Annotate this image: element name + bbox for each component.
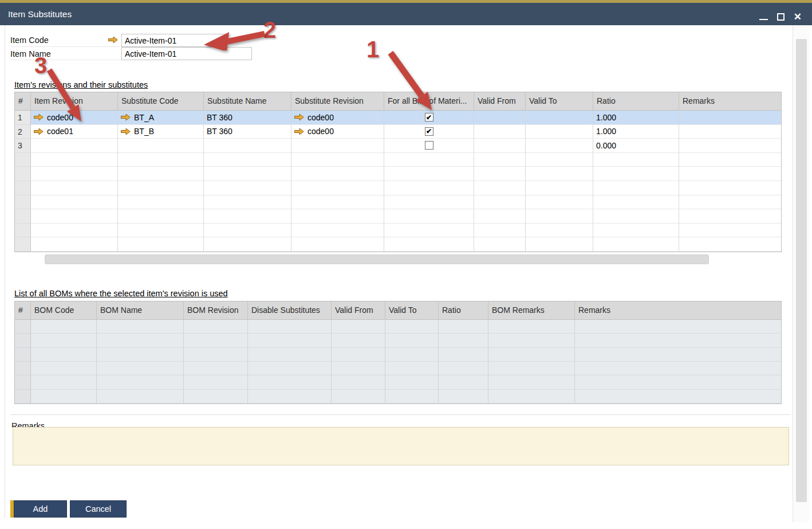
grid-cell[interactable] <box>291 167 384 181</box>
grid-cell[interactable] <box>474 224 526 238</box>
grid-cell[interactable] <box>118 181 204 195</box>
grid-cell[interactable]: 1.000 <box>593 111 679 125</box>
grid-cell[interactable] <box>204 224 291 238</box>
grid-cell[interactable]: BT_B <box>118 125 204 139</box>
grid-cell[interactable] <box>31 181 118 195</box>
grid-cell[interactable] <box>118 224 204 238</box>
grid-cell[interactable] <box>118 167 204 181</box>
remarks-textarea[interactable] <box>13 427 789 465</box>
checkbox-checked[interactable]: ✔ <box>425 127 433 136</box>
checkbox-checked[interactable]: ✔ <box>425 113 433 122</box>
grid-cell[interactable] <box>31 209 118 224</box>
grid-cell[interactable]: 1.000 <box>593 125 679 139</box>
grid-cell[interactable] <box>118 195 204 210</box>
grid-cell[interactable] <box>593 237 679 252</box>
grid-cell[interactable] <box>593 181 679 195</box>
link-arrow-icon[interactable] <box>294 128 304 135</box>
grid-cell[interactable] <box>593 224 679 238</box>
add-button[interactable]: Add <box>14 500 67 518</box>
grid-cell[interactable] <box>526 237 593 252</box>
grid-cell[interactable] <box>593 167 679 181</box>
grid-cell[interactable] <box>118 237 204 252</box>
grid-cell[interactable] <box>474 237 526 252</box>
grid-cell[interactable] <box>526 181 593 195</box>
checkbox-unchecked[interactable] <box>425 141 433 150</box>
grid-cell[interactable] <box>679 139 782 153</box>
grid-cell[interactable] <box>291 153 384 167</box>
grid-cell[interactable] <box>118 139 204 153</box>
link-arrow-icon[interactable] <box>294 113 304 121</box>
grid-cell[interactable] <box>679 209 782 224</box>
grid-cell[interactable] <box>526 111 593 125</box>
vertical-scrollbar-track[interactable] <box>793 25 809 522</box>
grid-cell[interactable] <box>679 125 782 139</box>
grid-cell[interactable] <box>474 195 526 210</box>
grid-cell[interactable] <box>679 167 782 181</box>
grid-cell[interactable] <box>204 181 291 195</box>
grid-cell[interactable] <box>474 181 526 195</box>
row-number[interactable]: 3 <box>15 139 31 153</box>
grid-cell[interactable]: code00 <box>291 125 384 139</box>
grid-cell[interactable]: code00 <box>291 111 384 125</box>
grid-cell[interactable] <box>384 195 474 210</box>
grid-cell[interactable] <box>31 224 118 238</box>
grid-cell[interactable] <box>526 153 593 167</box>
grid-cell[interactable] <box>679 195 782 210</box>
grid-cell[interactable] <box>204 139 291 153</box>
link-arrow-icon[interactable] <box>108 36 118 44</box>
grid-cell[interactable] <box>291 181 384 195</box>
grid-cell[interactable] <box>526 224 593 238</box>
grid-cell[interactable] <box>291 139 384 153</box>
close-icon[interactable]: ✕ <box>794 12 802 22</box>
grid-cell[interactable]: BT 360 <box>204 111 291 125</box>
grid-cell[interactable] <box>204 167 291 181</box>
grid-cell[interactable] <box>31 167 118 181</box>
grid-cell[interactable] <box>474 153 526 167</box>
link-arrow-icon[interactable] <box>34 128 44 135</box>
grid-cell[interactable] <box>118 209 204 224</box>
grid-cell[interactable] <box>384 153 474 167</box>
grid-cell[interactable]: BT 360 <box>204 125 291 139</box>
maximize-icon[interactable] <box>777 13 785 21</box>
cancel-button[interactable]: Cancel <box>70 500 127 518</box>
grid-cell[interactable] <box>679 153 782 167</box>
minimize-icon[interactable] <box>759 19 768 20</box>
grid-cell[interactable] <box>291 195 384 210</box>
grid-cell[interactable] <box>526 195 593 210</box>
grid-cell[interactable] <box>474 125 526 139</box>
vertical-scrollbar-thumb[interactable] <box>796 39 807 502</box>
grid-cell[interactable] <box>31 237 118 252</box>
grid-cell[interactable] <box>526 167 593 181</box>
row-number[interactable]: 2 <box>15 125 31 139</box>
row-number[interactable]: 1 <box>15 111 31 125</box>
grid-cell[interactable] <box>526 125 593 139</box>
grid-cell[interactable] <box>593 195 679 210</box>
titlebar[interactable]: Item Substitutes ✕ <box>0 3 812 25</box>
grid-cell[interactable] <box>679 181 782 195</box>
grid-cell[interactable] <box>291 224 384 238</box>
grid-cell[interactable] <box>31 195 118 210</box>
grid-cell[interactable] <box>384 139 474 153</box>
grid-cell[interactable] <box>384 167 474 181</box>
grid-cell[interactable] <box>118 153 204 167</box>
grid-cell[interactable] <box>204 195 291 210</box>
grid-cell[interactable] <box>204 153 291 167</box>
grid-cell[interactable]: ✔ <box>384 125 474 139</box>
grid-cell[interactable] <box>679 224 782 238</box>
horizontal-scrollbar-thumb[interactable] <box>45 254 709 264</box>
link-arrow-icon[interactable] <box>121 113 131 121</box>
grid-cell[interactable] <box>679 237 782 252</box>
grid-cell[interactable] <box>526 209 593 224</box>
grid-cell[interactable] <box>384 209 474 224</box>
grid-cell[interactable] <box>31 139 118 153</box>
link-arrow-icon[interactable] <box>121 128 131 135</box>
grid-cell[interactable] <box>31 153 118 167</box>
grid-cell[interactable] <box>679 111 782 125</box>
grid-cell[interactable] <box>474 111 526 125</box>
grid-cell[interactable] <box>474 209 526 224</box>
grid-cell[interactable] <box>474 167 526 181</box>
grid-cell[interactable] <box>204 209 291 224</box>
grid-cell[interactable] <box>384 224 474 238</box>
link-arrow-icon[interactable] <box>34 113 44 121</box>
grid-cell[interactable] <box>593 153 679 167</box>
